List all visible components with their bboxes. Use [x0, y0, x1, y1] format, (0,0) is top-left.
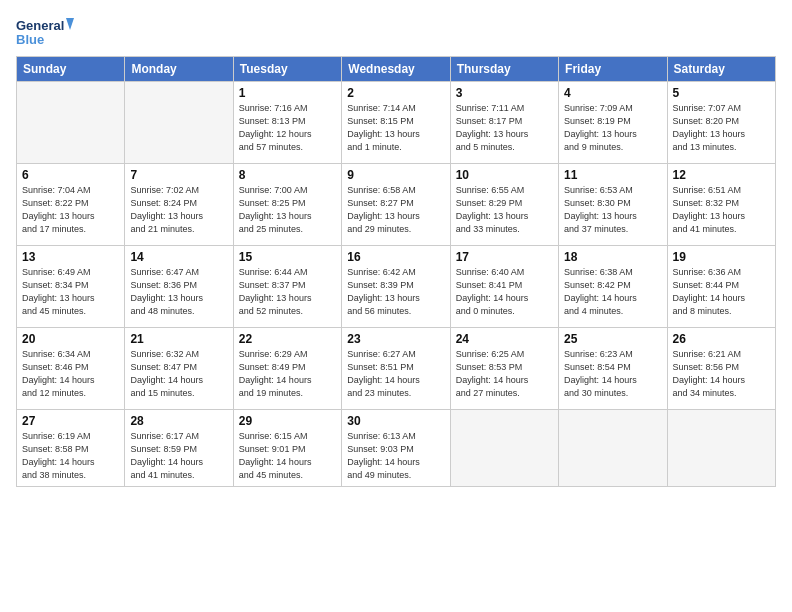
- day-info: Sunrise: 6:25 AMSunset: 8:53 PMDaylight:…: [456, 348, 553, 400]
- day-info: Sunrise: 6:42 AMSunset: 8:39 PMDaylight:…: [347, 266, 444, 318]
- day-number: 12: [673, 168, 770, 182]
- day-number: 1: [239, 86, 336, 100]
- day-info: Sunrise: 7:00 AMSunset: 8:25 PMDaylight:…: [239, 184, 336, 236]
- calendar-cell: 28Sunrise: 6:17 AMSunset: 8:59 PMDayligh…: [125, 410, 233, 487]
- weekday-header-tuesday: Tuesday: [233, 57, 341, 82]
- day-info: Sunrise: 6:34 AMSunset: 8:46 PMDaylight:…: [22, 348, 119, 400]
- calendar-cell: 2Sunrise: 7:14 AMSunset: 8:15 PMDaylight…: [342, 82, 450, 164]
- calendar-cell: 20Sunrise: 6:34 AMSunset: 8:46 PMDayligh…: [17, 328, 125, 410]
- day-info: Sunrise: 6:44 AMSunset: 8:37 PMDaylight:…: [239, 266, 336, 318]
- calendar-cell: 19Sunrise: 6:36 AMSunset: 8:44 PMDayligh…: [667, 246, 775, 328]
- day-number: 23: [347, 332, 444, 346]
- header: General Blue: [16, 10, 776, 50]
- calendar-cell: 5Sunrise: 7:07 AMSunset: 8:20 PMDaylight…: [667, 82, 775, 164]
- day-info: Sunrise: 6:32 AMSunset: 8:47 PMDaylight:…: [130, 348, 227, 400]
- day-info: Sunrise: 6:17 AMSunset: 8:59 PMDaylight:…: [130, 430, 227, 482]
- day-number: 3: [456, 86, 553, 100]
- day-number: 10: [456, 168, 553, 182]
- day-number: 2: [347, 86, 444, 100]
- day-number: 14: [130, 250, 227, 264]
- week-row-3: 13Sunrise: 6:49 AMSunset: 8:34 PMDayligh…: [17, 246, 776, 328]
- day-number: 7: [130, 168, 227, 182]
- day-info: Sunrise: 6:53 AMSunset: 8:30 PMDaylight:…: [564, 184, 661, 236]
- calendar-cell: 13Sunrise: 6:49 AMSunset: 8:34 PMDayligh…: [17, 246, 125, 328]
- day-info: Sunrise: 6:27 AMSunset: 8:51 PMDaylight:…: [347, 348, 444, 400]
- calendar-cell: 10Sunrise: 6:55 AMSunset: 8:29 PMDayligh…: [450, 164, 558, 246]
- day-info: Sunrise: 6:23 AMSunset: 8:54 PMDaylight:…: [564, 348, 661, 400]
- day-info: Sunrise: 6:51 AMSunset: 8:32 PMDaylight:…: [673, 184, 770, 236]
- day-info: Sunrise: 6:29 AMSunset: 8:49 PMDaylight:…: [239, 348, 336, 400]
- day-number: 27: [22, 414, 119, 428]
- calendar-cell: 14Sunrise: 6:47 AMSunset: 8:36 PMDayligh…: [125, 246, 233, 328]
- day-number: 26: [673, 332, 770, 346]
- calendar-cell: [17, 82, 125, 164]
- calendar-cell: 21Sunrise: 6:32 AMSunset: 8:47 PMDayligh…: [125, 328, 233, 410]
- svg-text:Blue: Blue: [16, 32, 44, 47]
- week-row-4: 20Sunrise: 6:34 AMSunset: 8:46 PMDayligh…: [17, 328, 776, 410]
- day-info: Sunrise: 7:11 AMSunset: 8:17 PMDaylight:…: [456, 102, 553, 154]
- day-number: 16: [347, 250, 444, 264]
- day-info: Sunrise: 6:19 AMSunset: 8:58 PMDaylight:…: [22, 430, 119, 482]
- calendar-cell: 29Sunrise: 6:15 AMSunset: 9:01 PMDayligh…: [233, 410, 341, 487]
- day-number: 19: [673, 250, 770, 264]
- day-number: 6: [22, 168, 119, 182]
- weekday-header-sunday: Sunday: [17, 57, 125, 82]
- calendar-cell: 17Sunrise: 6:40 AMSunset: 8:41 PMDayligh…: [450, 246, 558, 328]
- day-number: 9: [347, 168, 444, 182]
- day-info: Sunrise: 6:55 AMSunset: 8:29 PMDaylight:…: [456, 184, 553, 236]
- day-number: 17: [456, 250, 553, 264]
- day-number: 21: [130, 332, 227, 346]
- day-info: Sunrise: 7:02 AMSunset: 8:24 PMDaylight:…: [130, 184, 227, 236]
- day-info: Sunrise: 7:04 AMSunset: 8:22 PMDaylight:…: [22, 184, 119, 236]
- calendar-cell: 11Sunrise: 6:53 AMSunset: 8:30 PMDayligh…: [559, 164, 667, 246]
- calendar-cell: 16Sunrise: 6:42 AMSunset: 8:39 PMDayligh…: [342, 246, 450, 328]
- calendar-cell: 4Sunrise: 7:09 AMSunset: 8:19 PMDaylight…: [559, 82, 667, 164]
- svg-marker-2: [66, 18, 74, 30]
- day-number: 15: [239, 250, 336, 264]
- day-info: Sunrise: 6:40 AMSunset: 8:41 PMDaylight:…: [456, 266, 553, 318]
- calendar-cell: 8Sunrise: 7:00 AMSunset: 8:25 PMDaylight…: [233, 164, 341, 246]
- week-row-1: 1Sunrise: 7:16 AMSunset: 8:13 PMDaylight…: [17, 82, 776, 164]
- weekday-header-row: SundayMondayTuesdayWednesdayThursdayFrid…: [17, 57, 776, 82]
- day-number: 13: [22, 250, 119, 264]
- calendar-table: SundayMondayTuesdayWednesdayThursdayFrid…: [16, 56, 776, 487]
- day-number: 28: [130, 414, 227, 428]
- calendar-cell: 3Sunrise: 7:11 AMSunset: 8:17 PMDaylight…: [450, 82, 558, 164]
- page: General Blue SundayMondayTuesdayWednesda…: [0, 0, 792, 497]
- day-info: Sunrise: 7:07 AMSunset: 8:20 PMDaylight:…: [673, 102, 770, 154]
- day-number: 4: [564, 86, 661, 100]
- day-info: Sunrise: 6:38 AMSunset: 8:42 PMDaylight:…: [564, 266, 661, 318]
- week-row-2: 6Sunrise: 7:04 AMSunset: 8:22 PMDaylight…: [17, 164, 776, 246]
- day-number: 5: [673, 86, 770, 100]
- calendar-cell: [667, 410, 775, 487]
- day-info: Sunrise: 6:21 AMSunset: 8:56 PMDaylight:…: [673, 348, 770, 400]
- logo-svg: General Blue: [16, 14, 76, 50]
- day-info: Sunrise: 6:15 AMSunset: 9:01 PMDaylight:…: [239, 430, 336, 482]
- calendar-cell: 27Sunrise: 6:19 AMSunset: 8:58 PMDayligh…: [17, 410, 125, 487]
- calendar-cell: 9Sunrise: 6:58 AMSunset: 8:27 PMDaylight…: [342, 164, 450, 246]
- day-info: Sunrise: 7:09 AMSunset: 8:19 PMDaylight:…: [564, 102, 661, 154]
- day-number: 18: [564, 250, 661, 264]
- calendar-cell: 26Sunrise: 6:21 AMSunset: 8:56 PMDayligh…: [667, 328, 775, 410]
- day-number: 11: [564, 168, 661, 182]
- calendar-cell: 30Sunrise: 6:13 AMSunset: 9:03 PMDayligh…: [342, 410, 450, 487]
- day-number: 30: [347, 414, 444, 428]
- calendar-cell: 24Sunrise: 6:25 AMSunset: 8:53 PMDayligh…: [450, 328, 558, 410]
- day-info: Sunrise: 7:14 AMSunset: 8:15 PMDaylight:…: [347, 102, 444, 154]
- calendar-cell: 22Sunrise: 6:29 AMSunset: 8:49 PMDayligh…: [233, 328, 341, 410]
- day-info: Sunrise: 6:13 AMSunset: 9:03 PMDaylight:…: [347, 430, 444, 482]
- weekday-header-thursday: Thursday: [450, 57, 558, 82]
- day-number: 25: [564, 332, 661, 346]
- logo: General Blue: [16, 14, 76, 50]
- weekday-header-monday: Monday: [125, 57, 233, 82]
- calendar-cell: [450, 410, 558, 487]
- day-number: 24: [456, 332, 553, 346]
- weekday-header-friday: Friday: [559, 57, 667, 82]
- calendar-cell: 7Sunrise: 7:02 AMSunset: 8:24 PMDaylight…: [125, 164, 233, 246]
- calendar-cell: 23Sunrise: 6:27 AMSunset: 8:51 PMDayligh…: [342, 328, 450, 410]
- calendar-cell: 15Sunrise: 6:44 AMSunset: 8:37 PMDayligh…: [233, 246, 341, 328]
- day-info: Sunrise: 6:58 AMSunset: 8:27 PMDaylight:…: [347, 184, 444, 236]
- day-info: Sunrise: 7:16 AMSunset: 8:13 PMDaylight:…: [239, 102, 336, 154]
- day-number: 20: [22, 332, 119, 346]
- weekday-header-wednesday: Wednesday: [342, 57, 450, 82]
